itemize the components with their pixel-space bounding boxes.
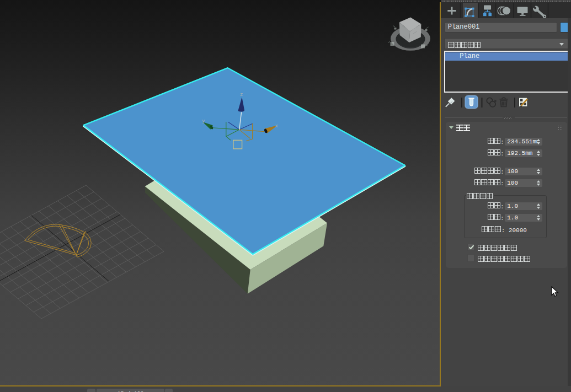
svg-text:x: x [275,123,278,129]
svg-text:z: z [240,92,243,98]
svg-text:y: y [202,119,205,124]
